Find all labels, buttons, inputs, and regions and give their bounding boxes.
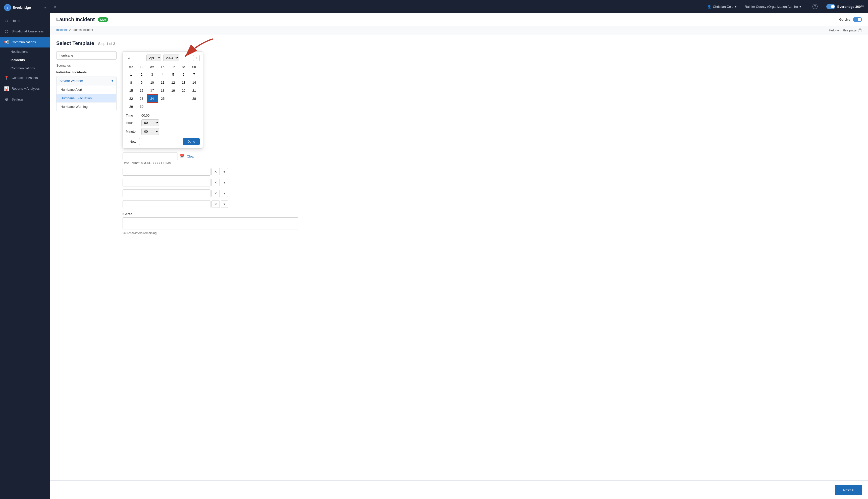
- dp-cell-30[interactable]: 30: [136, 102, 147, 111]
- step-header: Select Template Step 1 of 3: [56, 40, 862, 46]
- dp-cell-6[interactable]: 6: [178, 70, 189, 78]
- dp-cell-17[interactable]: 17: [147, 86, 158, 95]
- dp-cell-23[interactable]: 23: [136, 95, 147, 102]
- field-dropdown-button-1[interactable]: ▾: [221, 168, 228, 175]
- dp-cell-8[interactable]: 8: [126, 78, 136, 86]
- search-input[interactable]: [56, 51, 116, 60]
- dp-cell-2[interactable]: 2: [136, 70, 147, 78]
- area-section: 6 Area 260 characters remaining: [123, 212, 862, 235]
- dp-minute-select[interactable]: 00 0510152025 3035404550 55: [141, 128, 159, 135]
- help-page-link[interactable]: Help with this page ?: [829, 28, 862, 32]
- logo-icon: e: [4, 4, 11, 11]
- sidebar-item-home[interactable]: ⌂ Home: [0, 15, 50, 26]
- page-header: Launch Incident Live Go Live: [50, 13, 868, 26]
- template-group-header[interactable]: Severe Weather ▾: [57, 76, 116, 85]
- dp-done-button[interactable]: Done: [183, 138, 200, 145]
- sidebar-item-contacts-assets[interactable]: 📍 Contacts + Assets: [0, 72, 50, 83]
- breadcrumb: Incidents > Launch Incident Help with th…: [50, 26, 868, 34]
- sidebar-sub-notifications[interactable]: Notifications: [0, 48, 50, 56]
- help-button[interactable]: ?: [810, 2, 820, 11]
- topbar-divider: [807, 3, 807, 10]
- dp-cell-7[interactable]: 7: [189, 70, 199, 78]
- dp-cell-13[interactable]: 13: [178, 78, 189, 86]
- field-clear-button-3[interactable]: ✕: [211, 190, 220, 197]
- dp-cell-3[interactable]: 3: [147, 70, 158, 78]
- help-label: Help with this page: [829, 28, 856, 32]
- date-clear-button[interactable]: Clear: [187, 155, 195, 158]
- dp-cell-12[interactable]: 12: [168, 78, 178, 86]
- dp-cell-26[interactable]: [168, 95, 178, 102]
- main-wrapper: » 👤 Christian Cole ▾ Rainier County (Org…: [50, 0, 868, 499]
- user-dropdown-icon: ▾: [735, 5, 737, 9]
- sidebar-collapse-button[interactable]: «: [44, 5, 46, 10]
- field-input-4[interactable]: [123, 200, 210, 208]
- dp-cell-18[interactable]: 18: [158, 86, 168, 95]
- field-row-1: ✕ ▾: [123, 168, 862, 175]
- dp-cell-15[interactable]: 15: [126, 86, 136, 95]
- sidebar-item-situational-awareness[interactable]: ◎ Situational Awareness: [0, 26, 50, 37]
- dp-cell-29[interactable]: 29: [126, 102, 136, 111]
- sidebar-item-communications-label: Communications: [12, 40, 36, 44]
- dp-cell-19[interactable]: 19: [168, 86, 178, 95]
- page-footer: Next >: [50, 480, 868, 499]
- sidebar-item-settings[interactable]: ⚙ Settings: [0, 94, 50, 105]
- field-clear-button-4[interactable]: ✕: [211, 200, 220, 208]
- breadcrumb-incidents[interactable]: Incidents: [56, 28, 68, 32]
- user-icon: 👤: [707, 5, 711, 9]
- sidebar-item-reports-analytics[interactable]: 📊 Reports + Analytics: [0, 83, 50, 94]
- sidebar-item-communications[interactable]: 📢 Communications: [0, 37, 50, 48]
- dp-cell-25[interactable]: 25: [158, 95, 168, 102]
- next-button[interactable]: Next >: [835, 485, 862, 495]
- dp-hour-select[interactable]: 00 0102030405 0607080910 1112131415 1617…: [141, 119, 159, 126]
- area-textarea[interactable]: [123, 217, 298, 229]
- time-value: 00:00: [141, 113, 150, 117]
- notifications-label: Notifications: [11, 50, 28, 53]
- dp-cell-16[interactable]: 16: [136, 86, 147, 95]
- dp-cell-4[interactable]: 4: [158, 70, 168, 78]
- template-item-hurricane-evacuation[interactable]: Hurricane Evacuation: [57, 94, 116, 102]
- dp-cell-1[interactable]: 1: [126, 70, 136, 78]
- dp-cell-22[interactable]: 22: [126, 95, 136, 102]
- dp-cell-20[interactable]: 20: [178, 86, 189, 95]
- dp-now-button[interactable]: Now: [126, 138, 140, 145]
- dp-cell-24-selected[interactable]: 24: [147, 95, 158, 102]
- breadcrumb-separator: >: [69, 28, 71, 32]
- template-item-hurricane-alert[interactable]: Hurricane Alert: [57, 85, 116, 94]
- date-input[interactable]: [123, 153, 178, 160]
- sidebar-sub-communications[interactable]: Communications: [0, 64, 50, 72]
- minute-label: Minute: [126, 130, 138, 133]
- dp-cell-5[interactable]: 5: [168, 70, 178, 78]
- sidebar: e Everbridge « ⌂ Home ◎ Situational Awar…: [0, 0, 50, 499]
- svg-text:e: e: [7, 6, 8, 9]
- field-row-4: ✕ ▾: [123, 200, 862, 208]
- user-menu[interactable]: 👤 Christian Cole ▾: [705, 3, 739, 10]
- help-icon: ?: [813, 4, 818, 9]
- go-live-toggle-header[interactable]: [853, 17, 862, 22]
- field-dropdown-button-2[interactable]: ▾: [221, 179, 228, 186]
- dp-cell-21[interactable]: 21: [189, 86, 199, 95]
- dp-cell-9[interactable]: 9: [136, 78, 147, 86]
- page-title: Launch Incident: [56, 16, 95, 22]
- field-dropdown-button-4[interactable]: ▾: [221, 200, 228, 208]
- expand-icon[interactable]: »: [54, 5, 56, 9]
- field-input-2[interactable]: [123, 179, 210, 186]
- dp-month-select[interactable]: JanFebMarApr MayJunJulAug SepOctNovDec: [146, 54, 161, 61]
- dp-year-select[interactable]: 2022202320242025: [163, 54, 179, 61]
- dp-next-btn[interactable]: »: [193, 55, 200, 61]
- field-rows: ✕ ▾ ✕ ▾: [123, 168, 862, 235]
- field-dropdown-button-3[interactable]: ▾: [221, 190, 228, 197]
- dp-cell-10[interactable]: 10: [147, 78, 158, 86]
- template-item-hurricane-warning[interactable]: Hurricane Warning: [57, 102, 116, 111]
- go-live-toggle[interactable]: [826, 4, 835, 9]
- field-input-3[interactable]: [123, 190, 210, 197]
- field-input-1[interactable]: [123, 168, 210, 175]
- sidebar-sub-incidents[interactable]: Incidents: [0, 56, 50, 64]
- field-clear-button-1[interactable]: ✕: [211, 168, 220, 175]
- org-menu[interactable]: Rainier County (Organization Admin) ▾: [742, 3, 804, 10]
- field-clear-button-2[interactable]: ✕: [211, 179, 220, 186]
- dp-prev-btn[interactable]: «: [126, 55, 132, 61]
- dp-cell-14[interactable]: 14: [189, 78, 199, 86]
- dp-cell-28[interactable]: 28: [189, 95, 199, 102]
- dp-cell-11[interactable]: 11: [158, 78, 168, 86]
- dp-cell-27[interactable]: [178, 95, 189, 102]
